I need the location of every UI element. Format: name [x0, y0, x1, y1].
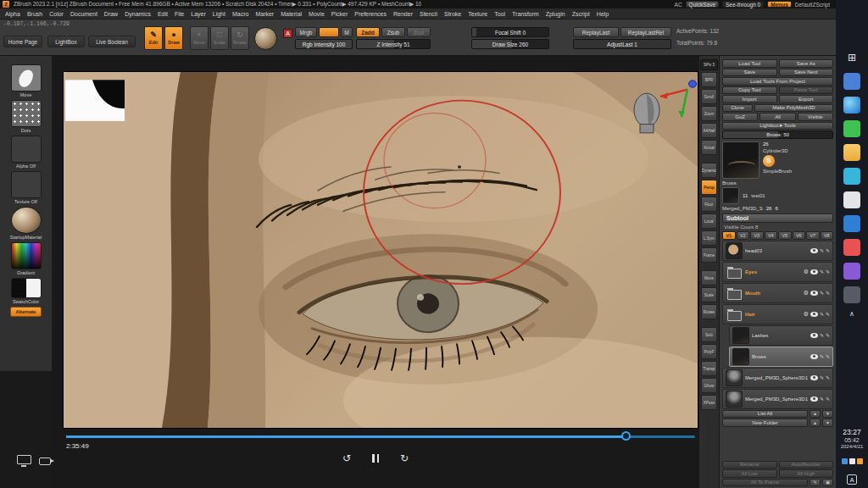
- shelf-button[interactable]: Rotate: [701, 304, 717, 319]
- shelf-button[interactable]: BPR: [701, 72, 717, 87]
- rewind-button[interactable]: ↺: [340, 452, 353, 464]
- see-through-slider[interactable]: See-through 0: [722, 1, 764, 8]
- menu-item[interactable]: Marker: [255, 11, 274, 17]
- menu-item[interactable]: Draw: [104, 11, 118, 17]
- load-tool-button[interactable]: Load Tool: [722, 59, 777, 68]
- shelf-button[interactable]: Move: [701, 270, 717, 286]
- shelf-button[interactable]: Transp: [701, 361, 717, 376]
- subtool-row[interactable]: Merged_PM3D_Sphere3D1_20 ⚙ ✎ ✎: [722, 368, 833, 388]
- mrgb-button[interactable]: Mrgb: [295, 27, 317, 37]
- folder-gear-icon[interactable]: ⚙: [804, 269, 809, 274]
- menu-item[interactable]: Macro: [232, 11, 248, 17]
- sculpt-brush-icon[interactable]: ✎: [820, 248, 824, 253]
- goz-visible-button[interactable]: Visible: [798, 113, 833, 121]
- shelf-button[interactable]: Scale: [701, 287, 717, 302]
- menu-item[interactable]: Picker: [331, 11, 348, 17]
- focal-shift-slider[interactable]: Focal Shift 0: [471, 27, 549, 37]
- visibility-eye-icon[interactable]: [810, 333, 818, 338]
- new-folder-button[interactable]: New Folder: [722, 419, 808, 427]
- visibility-tab[interactable]: V8: [821, 231, 834, 240]
- visibility-eye-icon[interactable]: [810, 354, 818, 359]
- left-tray-item[interactable]: Alpha Off: [1, 136, 52, 169]
- files-folder-icon[interactable]: [843, 144, 860, 161]
- paint-brush-icon[interactable]: ✎: [826, 248, 830, 253]
- visibility-eye-icon[interactable]: [810, 248, 818, 253]
- dark-app-icon[interactable]: [843, 286, 860, 303]
- sculpt-brush-icon[interactable]: ✎: [820, 333, 824, 338]
- visibility-tab[interactable]: V3: [750, 231, 764, 240]
- paint-brush-icon[interactable]: ✎: [826, 354, 830, 359]
- shelf-button[interactable]: PolyF: [701, 344, 717, 359]
- folder-up-button[interactable]: ▲: [810, 419, 821, 427]
- load-tools-from-project-button[interactable]: Load Tools From Project: [722, 77, 833, 86]
- sculpt-brush-icon[interactable]: ✎: [820, 269, 824, 274]
- subtool-thumbnail[interactable]: [726, 391, 743, 408]
- shelf-button[interactable]: Local: [701, 214, 717, 229]
- ime-indicator[interactable]: A: [847, 474, 857, 485]
- move-subtool-down-button[interactable]: ▼: [822, 410, 833, 419]
- subtool-row[interactable]: Hair ⚙ ✎ ✎: [722, 304, 833, 324]
- visibility-eye-icon[interactable]: [810, 269, 818, 274]
- home-page-button[interactable]: Home Page: [3, 36, 42, 47]
- visibility-eye-icon[interactable]: [810, 375, 818, 380]
- list-all-button[interactable]: List All: [722, 410, 808, 419]
- all-to-frame-button[interactable]: All To Frame: [722, 479, 808, 487]
- quicksave-button[interactable]: QuickSave: [686, 1, 719, 8]
- menu-item[interactable]: Texture: [468, 11, 487, 17]
- menu-item[interactable]: Zscript: [572, 11, 590, 17]
- pause-button[interactable]: [369, 452, 382, 464]
- left-tray-thumbnail[interactable]: [11, 171, 42, 198]
- sculpt-brush-icon[interactable]: ✎: [820, 291, 824, 296]
- draw-size-slider[interactable]: Draw Size 260: [471, 39, 549, 49]
- folder-down-button[interactable]: ▼: [822, 419, 833, 427]
- wechat-icon[interactable]: [843, 120, 860, 137]
- subtool-row[interactable]: Brows ⚙ ✎ ✎: [729, 347, 833, 367]
- subtool-thumbnail[interactable]: [732, 327, 749, 344]
- menu-item[interactable]: Zplugin: [546, 11, 565, 17]
- subtool-row[interactable]: Mouth ⚙ ✎ ✎: [722, 283, 833, 303]
- alt-tool-label[interactable]: Cylinder3D: [763, 148, 792, 153]
- auto-reorder-button[interactable]: AutoReorder: [779, 461, 834, 469]
- subtool-row[interactable]: head03 ⚙ ✎ ✎: [722, 241, 833, 261]
- menu-item[interactable]: File: [175, 11, 184, 17]
- purple-app-icon[interactable]: [843, 263, 860, 280]
- left-tray-thumbnail[interactable]: [11, 278, 42, 298]
- visibility-eye-icon[interactable]: [810, 396, 818, 402]
- subtool-thumbnail[interactable]: [732, 348, 749, 365]
- menu-item[interactable]: Stroke: [444, 11, 461, 17]
- all-low-button[interactable]: All Low: [722, 469, 777, 478]
- sculpt-brush-icon[interactable]: ✎: [820, 396, 824, 402]
- left-tray-item[interactable]: Dots: [1, 100, 52, 133]
- display-monitor-icon[interactable]: [17, 455, 31, 464]
- menu-item[interactable]: Dynamics: [125, 11, 151, 17]
- left-tray-item[interactable]: StartupMaterial: [1, 207, 52, 240]
- left-tray-item[interactable]: Move: [1, 64, 52, 97]
- all-high-button[interactable]: All High: [779, 469, 834, 478]
- z-intensity-slider[interactable]: Z Intensity 51: [356, 39, 431, 49]
- default-zscript-label[interactable]: DefaultZScript: [795, 2, 830, 8]
- paint-brush-icon[interactable]: ✎: [826, 269, 830, 274]
- current-tool-thumbnail[interactable]: [722, 141, 760, 179]
- paint-brush-icon[interactable]: ✎: [826, 333, 830, 338]
- shelf-button[interactable]: Zoom: [701, 106, 717, 121]
- visibility-tab[interactable]: V6: [793, 231, 806, 240]
- replay-last-rel-button[interactable]: ReplayLastRel: [620, 27, 671, 37]
- shelf-button[interactable]: XPose: [701, 395, 717, 410]
- menu-item[interactable]: Render: [393, 11, 413, 17]
- subtool-thumbnail[interactable]: [726, 306, 743, 323]
- subtool-thumbnail[interactable]: [726, 369, 743, 386]
- menu-item[interactable]: Tool: [494, 11, 505, 17]
- current-material-orb[interactable]: [254, 27, 277, 50]
- frame-icon[interactable]: ▣: [822, 479, 833, 487]
- import-button[interactable]: Import: [722, 95, 777, 103]
- make-polymesh3d-button[interactable]: Make PolyMesh3D: [754, 104, 833, 113]
- playback-timeline[interactable]: [66, 435, 695, 438]
- menu-item[interactable]: Movie: [309, 11, 325, 17]
- shelf-button[interactable]: Solo: [701, 327, 717, 342]
- subtool-row[interactable]: Lashes ⚙ ✎ ✎: [729, 325, 833, 346]
- paint-brush-icon[interactable]: ✎: [826, 291, 830, 296]
- subtool-row[interactable]: Merged_PM3D_Sphere3D1_19 ⚙ ✎ ✎: [722, 389, 833, 409]
- visibility-tab[interactable]: V1: [722, 231, 736, 240]
- visibility-tab[interactable]: V2: [737, 231, 750, 240]
- shelf-button[interactable]: Persp: [701, 180, 717, 195]
